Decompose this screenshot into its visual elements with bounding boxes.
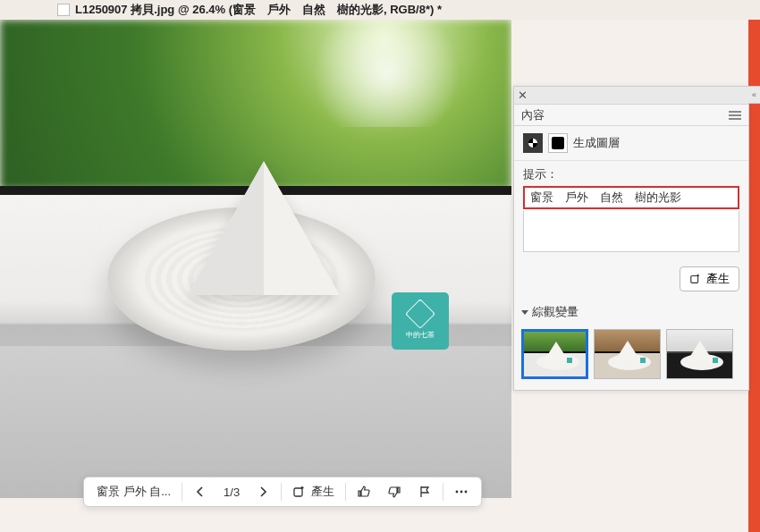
- svg-point-2: [460, 491, 463, 494]
- svg-point-3: [465, 491, 468, 494]
- panel-header: ✕: [514, 87, 748, 105]
- prompt-field-label: 提示：: [523, 166, 739, 182]
- next-variation-button[interactable]: [249, 480, 277, 503]
- variation-counter: 1/3: [216, 480, 247, 503]
- mask-icon: [548, 133, 568, 153]
- svg-rect-4: [691, 276, 698, 283]
- variation-thumb-2[interactable]: [594, 329, 661, 379]
- chevron-down-icon: [521, 310, 528, 315]
- contextual-taskbar: 窗景 戶外 自... 1/3 產生: [83, 477, 482, 507]
- sparkle-icon: [292, 485, 307, 499]
- panel-collapse-handle[interactable]: «: [748, 86, 760, 104]
- more-icon: [454, 485, 469, 499]
- prompt-preview-text: 窗景 戶外 自...: [97, 484, 171, 500]
- prompt-preview[interactable]: 窗景 戶外 自...: [89, 480, 178, 503]
- adjustment-icon: [523, 133, 543, 153]
- variation-thumb-1[interactable]: [521, 329, 588, 379]
- generate-button-toolbar[interactable]: 產生: [285, 480, 342, 503]
- svg-point-1: [456, 491, 459, 494]
- tea-tag-text: 中的七茶: [406, 330, 435, 340]
- variation-thumbnails: [514, 324, 748, 390]
- properties-panel: « ✕ 內容 生成圖層 提示： 窗景 戶外 自然 樹的光影 產生 綜觀變量: [513, 86, 749, 391]
- panel-menu-icon[interactable]: [729, 111, 741, 120]
- prompt-text: 窗景 戶外 自然 樹的光影: [530, 190, 681, 206]
- variations-label: 綜觀變量: [532, 304, 578, 320]
- thumbs-up-icon: [357, 485, 371, 499]
- generative-layer-row[interactable]: 生成圖層: [514, 126, 748, 161]
- svg-rect-0: [294, 488, 302, 496]
- thumbs-down-icon: [387, 485, 401, 499]
- flag-button[interactable]: [410, 480, 439, 503]
- variation-thumb-3[interactable]: [666, 329, 733, 379]
- window-titlebar: L1250907 拷貝.jpg @ 26.4% (窗景 戶外 自然 樹的光影, …: [0, 0, 760, 20]
- generative-layer-label: 生成圖層: [573, 135, 620, 151]
- sparkle-icon: [689, 273, 702, 285]
- document-canvas[interactable]: 中的七茶: [0, 20, 511, 498]
- file-icon: [57, 4, 70, 16]
- generate-label: 產生: [311, 484, 334, 500]
- thumbs-up-button[interactable]: [350, 480, 378, 503]
- more-button[interactable]: [447, 480, 476, 503]
- generate-panel-label: 產生: [706, 271, 730, 287]
- generate-button-panel[interactable]: 產生: [680, 266, 739, 291]
- tea-tag: 中的七茶: [392, 292, 449, 350]
- flag-icon: [418, 485, 432, 499]
- prompt-input[interactable]: 窗景 戶外 自然 樹的光影: [523, 186, 739, 209]
- tab-content[interactable]: 內容: [521, 107, 545, 123]
- panel-close-button[interactable]: ✕: [518, 89, 528, 102]
- prompt-input-expanded[interactable]: [523, 211, 739, 252]
- image-content: 中的七茶: [0, 20, 511, 498]
- variations-section-header[interactable]: 綜觀變量: [514, 300, 748, 324]
- window-title: L1250907 拷貝.jpg @ 26.4% (窗景 戶外 自然 樹的光影, …: [75, 2, 442, 18]
- thumbs-down-button[interactable]: [380, 480, 409, 503]
- prev-variation-button[interactable]: [186, 480, 215, 503]
